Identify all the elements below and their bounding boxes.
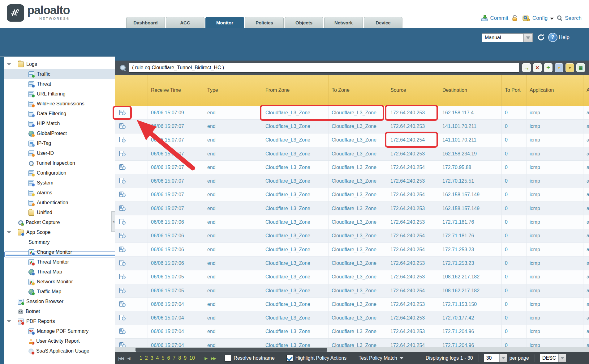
log-detail-icon[interactable]: [119, 192, 126, 198]
highlight-policy-actions-checkbox[interactable]: [286, 355, 293, 362]
sidebar-item-session-browser[interactable]: Session Browser: [4, 297, 115, 307]
sidebar-item-packet-capture[interactable]: Packet Capture: [4, 218, 115, 227]
log-detail-icon[interactable]: [119, 315, 126, 321]
commit-button[interactable]: Commit: [490, 15, 508, 21]
sidebar-item-saas-application-usage[interactable]: SaaS Application Usage: [4, 346, 115, 356]
sidebar-item-traffic-map[interactable]: Traffic Map: [4, 287, 115, 297]
page-number-5[interactable]: 5: [162, 355, 165, 361]
add-filter-icon[interactable]: +: [544, 63, 552, 72]
page-number-10[interactable]: 10: [189, 355, 195, 361]
tab-monitor[interactable]: Monitor: [205, 17, 244, 28]
sidebar-item-system[interactable]: System: [4, 178, 115, 188]
sidebar-item-authentication[interactable]: Authentication: [4, 198, 115, 208]
help-button[interactable]: ? Help: [548, 33, 570, 42]
page-number-6[interactable]: 6: [167, 355, 170, 361]
sidebar-item-app-scope[interactable]: App Scope: [4, 227, 115, 237]
column-header-a[interactable]: A: [583, 75, 589, 106]
column-header-destination[interactable]: Destination: [439, 75, 502, 106]
sidebar-item-user-id[interactable]: User-ID: [4, 148, 115, 158]
per-page-select[interactable]: 30: [484, 354, 507, 362]
tab-device[interactable]: Device: [364, 17, 402, 28]
sidebar-item-botnet[interactable]: Botnet: [4, 307, 115, 316]
tab-objects[interactable]: Objects: [285, 17, 323, 28]
filter-builder-icon[interactable]: ▼: [555, 63, 563, 72]
per-page-dropdown-button[interactable]: [499, 354, 507, 362]
sidebar-item-data-filtering[interactable]: Data Filtering: [4, 109, 115, 119]
column-header-to-port[interactable]: To Port: [502, 75, 527, 106]
sidebar-item-tunnel-inspection[interactable]: Tunnel Inspection: [4, 158, 115, 168]
page-number-9[interactable]: 9: [184, 355, 187, 361]
page-number-4[interactable]: 4: [156, 355, 159, 361]
log-detail-icon[interactable]: [119, 288, 126, 294]
sidebar-item-configuration[interactable]: Configuration: [4, 168, 115, 178]
apply-filter-icon[interactable]: →: [522, 63, 531, 72]
last-page-button[interactable]: ▶▶: [211, 356, 216, 361]
log-detail-icon[interactable]: [119, 260, 126, 266]
log-detail-icon[interactable]: [119, 164, 126, 171]
column-header-application[interactable]: Application: [527, 75, 583, 106]
search-button[interactable]: Search: [565, 15, 582, 21]
log-detail-icon[interactable]: [119, 274, 126, 280]
export-csv-icon[interactable]: ▦: [576, 63, 585, 72]
tab-policies[interactable]: Policies: [245, 17, 284, 28]
page-number-1[interactable]: 1: [140, 355, 142, 361]
sidebar-item-summary[interactable]: Summary: [4, 237, 115, 247]
refresh-mode-select[interactable]: Manual: [482, 33, 533, 42]
log-filter-input[interactable]: [129, 63, 519, 73]
log-detail-icon[interactable]: [119, 123, 126, 129]
lock-icon[interactable]: [511, 15, 518, 22]
sidebar-item-threat[interactable]: Threat: [4, 79, 115, 89]
column-header-receive-time[interactable]: Receive Time: [148, 75, 204, 106]
resolve-hostname-checkbox[interactable]: [225, 355, 231, 362]
load-filter-icon[interactable]: ▼: [565, 63, 574, 72]
tab-network[interactable]: Network: [324, 17, 363, 28]
page-number-8[interactable]: 8: [178, 355, 181, 361]
sidebar-item-alarms[interactable]: Alarms: [4, 188, 115, 198]
sidebar-item-logs[interactable]: Logs: [4, 59, 115, 69]
log-detail-icon[interactable]: [119, 110, 126, 116]
sidebar-item-change-monitor[interactable]: Change Monitor: [4, 247, 115, 257]
expander-triangle-icon[interactable]: [7, 231, 11, 234]
next-page-button[interactable]: ▶: [204, 356, 207, 361]
log-detail-icon[interactable]: [119, 233, 126, 239]
config-caret-icon[interactable]: [550, 18, 554, 20]
sidebar-item-user-activity-report[interactable]: User Activity Report: [4, 336, 115, 346]
log-detail-icon[interactable]: [119, 178, 126, 184]
column-header-to-zone[interactable]: To Zone: [329, 75, 387, 106]
sidebar-item-traffic[interactable]: Traffic: [4, 69, 115, 79]
sort-order-dropdown-button[interactable]: [558, 354, 566, 362]
first-page-button[interactable]: |◀◀: [118, 356, 123, 361]
sidebar-item-hip-match[interactable]: HIP Match: [4, 119, 115, 129]
config-button[interactable]: Config: [532, 15, 548, 21]
log-detail-icon[interactable]: [119, 219, 126, 225]
sort-order-select[interactable]: DESC: [540, 354, 566, 362]
horizontal-scrollbar-thumb[interactable]: [135, 348, 327, 352]
log-detail-icon[interactable]: [119, 151, 126, 157]
sidebar-item-network-monitor[interactable]: Network Monitor: [4, 277, 115, 287]
test-policy-match-button[interactable]: Test Policy Match: [359, 355, 403, 361]
horizontal-scrollbar[interactable]: [115, 347, 589, 353]
sidebar-item-threat-monitor[interactable]: Threat Monitor: [4, 257, 115, 267]
sidebar-item-manage-pdf-summary[interactable]: Manage PDF Summary: [4, 326, 115, 336]
expander-triangle-icon[interactable]: [7, 63, 11, 66]
tab-dashboard[interactable]: Dashboard: [126, 17, 165, 28]
expander-triangle-icon[interactable]: [7, 320, 11, 323]
refresh-mode-dropdown-button[interactable]: [524, 33, 533, 42]
sidebar-item-pdf-reports[interactable]: PDF Reports: [4, 316, 115, 326]
clear-filter-icon[interactable]: ×: [533, 63, 542, 72]
sidebar-item-ip-tag[interactable]: IP-Tag: [4, 138, 115, 148]
tab-acc[interactable]: ACC: [166, 17, 204, 28]
column-header-from-zone[interactable]: From Zone: [262, 75, 329, 106]
sidebar-item-wildfire-submissions[interactable]: WildFire Submissions: [4, 99, 115, 109]
log-detail-icon[interactable]: [119, 247, 126, 253]
log-detail-icon[interactable]: [119, 328, 126, 335]
page-number-7[interactable]: 7: [173, 355, 175, 361]
log-detail-icon[interactable]: [119, 205, 126, 212]
log-detail-icon[interactable]: [119, 137, 126, 143]
column-header-source[interactable]: Source: [387, 75, 439, 106]
log-detail-icon[interactable]: [119, 301, 126, 307]
sidebar-item-url-filtering[interactable]: URL Filtering: [4, 89, 115, 99]
sidebar-item-unified[interactable]: Unified: [4, 208, 115, 218]
prev-page-button[interactable]: ◀: [127, 356, 130, 361]
page-number-3[interactable]: 3: [151, 355, 153, 361]
